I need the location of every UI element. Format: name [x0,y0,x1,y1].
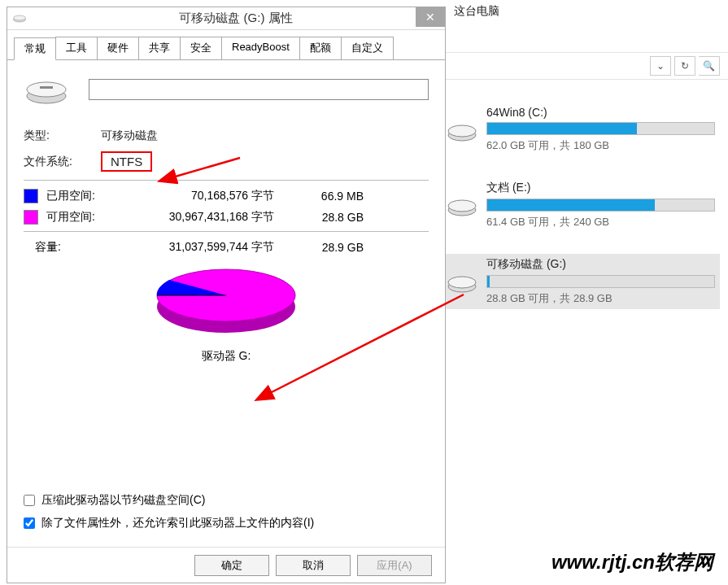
chevron-down-icon: ⌄ [656,60,665,72]
svg-rect-4 [40,86,53,89]
divider [24,180,429,181]
volume-name-input[interactable] [89,79,429,100]
svg-point-13 [448,277,476,288]
capacity-pretty: 28.9 GB [299,241,364,254]
drive-stats: 62.0 GB 可用，共 180 GB [486,138,715,153]
free-space-row: 可用空间: 30,967,431,168 字节 28.8 GB [24,210,429,225]
tab-bar: 常规 工具 硬件 共享 安全 ReadyBoost 配额 自定义 [7,37,445,60]
free-pretty: 28.8 GB [299,211,364,224]
usage-bar [486,275,715,288]
used-pretty: 66.9 MB [299,190,364,203]
drive-icon-large [24,73,69,106]
search-icon: 🔍 [703,60,715,72]
drive-name: 64Win8 (C:) [486,106,715,119]
free-label: 可用空间: [46,210,120,225]
drive-item[interactable]: 64Win8 (C:) 62.0 GB 可用，共 180 GB [446,103,720,156]
tab-tools[interactable]: 工具 [55,37,98,59]
drive-icon [446,270,478,295]
drive-icon [12,13,27,24]
used-space-row: 已用空间: 70,168,576 字节 66.9 MB [24,189,429,203]
tab-readyboost[interactable]: ReadyBoost [221,37,300,59]
index-checkbox[interactable] [24,517,35,529]
usage-bar [486,122,715,135]
usage-bar [486,199,715,212]
drive-list: 64Win8 (C:) 62.0 GB 可用，共 180 GB 文档 (E:) … [446,80,728,338]
tab-quota[interactable]: 配额 [299,37,342,59]
tab-sharing[interactable]: 共享 [138,37,181,59]
svg-point-3 [27,82,66,97]
capacity-row: 容量: 31,037,599,744 字节 28.9 GB [24,240,429,255]
capacity-label: 容量: [24,240,120,255]
drive-item-selected[interactable]: 可移动磁盘 (G:) 28.8 GB 可用，共 28.9 GB [446,254,720,309]
titlebar: 可移动磁盘 (G:) 属性 ✕ [7,7,445,30]
tab-security[interactable]: 安全 [180,37,222,59]
filesystem-label: 文件系统: [24,155,101,169]
tab-general[interactable]: 常规 [14,37,56,60]
refresh-button[interactable]: ↻ [674,56,695,76]
search-button[interactable]: 🔍 [699,56,720,76]
dialog-buttons: 确定 取消 应用(A) [7,547,445,583]
svg-point-1 [14,15,26,20]
drive-item[interactable]: 文档 (E:) 61.4 GB 可用，共 240 GB [446,177,720,233]
close-button[interactable]: ✕ [416,7,445,27]
pie-chart: 驱动器 G: [24,260,429,364]
pie-label: 驱动器 G: [202,349,251,364]
watermark: www.rjtj.cn软荐网 [551,549,713,575]
drive-stats: 28.8 GB 可用，共 28.9 GB [486,291,715,306]
type-label: 类型: [24,129,101,143]
type-value: 可移动磁盘 [101,129,158,143]
compress-checkbox-row[interactable]: 压缩此驱动器以节约磁盘空间(C) [24,493,314,508]
free-bytes: 30,967,431,168 字节 [120,210,274,225]
explorer-toolbar: ⌄ ↻ 🔍 [446,52,728,80]
drive-icon [446,119,478,143]
drive-icon [446,194,478,218]
ok-button[interactable]: 确定 [194,555,269,576]
properties-dialog: 可移动磁盘 (G:) 属性 ✕ 常规 工具 硬件 共享 安全 ReadyBoos… [7,7,446,583]
dialog-body: 类型: 可移动磁盘 文件系统: NTFS 已用空间: 70,168,576 字节… [7,60,445,547]
used-label: 已用空间: [46,189,120,203]
filesystem-value: NTFS [101,151,152,172]
index-checkbox-row[interactable]: 除了文件属性外，还允许索引此驱动器上文件的内容(I) [24,516,314,530]
refresh-icon: ↻ [681,60,689,72]
apply-button[interactable]: 应用(A) [357,555,432,576]
used-bytes: 70,168,576 字节 [120,189,274,203]
divider [24,231,429,232]
cancel-button[interactable]: 取消 [276,555,351,576]
svg-point-9 [448,125,476,137]
index-label: 除了文件属性外，还允许索引此驱动器上文件的内容(I) [41,516,314,530]
capacity-bytes: 31,037,599,744 字节 [120,240,274,255]
drive-stats: 61.4 GB 可用，共 240 GB [486,215,715,229]
compress-checkbox[interactable] [24,495,35,506]
tab-hardware[interactable]: 硬件 [97,37,139,59]
dialog-title: 可移动磁盘 (G:) 属性 [27,11,445,26]
compress-label: 压缩此驱动器以节约磁盘空间(C) [41,493,205,508]
explorer-title: 这台电脑 [446,0,728,23]
dropdown-button[interactable]: ⌄ [650,56,671,76]
used-swatch [24,189,38,203]
drive-name: 可移动磁盘 (G:) [486,257,715,272]
svg-point-11 [448,200,476,212]
explorer-panel: 这台电脑 ⌄ ↻ 🔍 64Win8 (C:) 62.0 GB 可用，共 180 … [446,0,728,585]
drive-name: 文档 (E:) [486,181,715,195]
free-swatch [24,210,38,225]
tab-custom[interactable]: 自定义 [341,37,394,59]
